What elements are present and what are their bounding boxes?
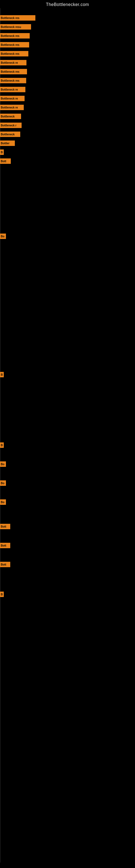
bar-row: Bottleneck res	[0, 78, 26, 84]
bar-label: Bottleneck res	[1, 34, 19, 37]
bar-fill: Bottleneck re	[0, 105, 24, 110]
bar-row: Bo	[0, 480, 6, 486]
bar-row: Bottleneck res	[0, 51, 28, 57]
bar-row: Bott	[0, 542, 10, 549]
bar-label: Bottler	[1, 142, 9, 145]
bar-row: Bo	[0, 461, 6, 467]
bar-label: Bott	[1, 525, 6, 528]
bar-row: B	[0, 591, 4, 597]
bar-label: Bottleneck res	[1, 17, 19, 20]
bar-fill: B	[0, 372, 4, 377]
bar-fill: Bo	[0, 234, 6, 239]
bar-row: Bottleneck resu	[0, 24, 31, 30]
bar-fill: Bott	[0, 158, 11, 164]
bar-label: Bo	[1, 482, 4, 485]
bar-fill: B	[0, 592, 4, 597]
bar-row: Bo	[0, 233, 6, 239]
bar-row: Bo	[0, 499, 6, 505]
bar-label: Bottleneck res	[1, 52, 19, 55]
bar-row: B	[0, 372, 4, 378]
bar-row: Bottleneck res	[0, 33, 30, 39]
bar-row: Bottleneck re	[0, 95, 25, 101]
bar-label: Bott	[1, 563, 6, 566]
bar-fill: Bottleneck re	[0, 60, 27, 65]
bar-fill: Bottleneck res	[0, 42, 29, 48]
bar-row: Bottler	[0, 140, 15, 146]
bar-label: Bott	[1, 544, 6, 547]
bar-fill: Bottleneck resu	[0, 24, 31, 30]
bar-label: Bo	[1, 463, 4, 466]
bar-fill: Bo	[0, 499, 6, 505]
bar-fill: Bottleneck res	[0, 51, 28, 56]
bar-fill: Bottler	[0, 141, 15, 146]
bar-row: Bottleneck re	[0, 87, 26, 93]
bar-label: Bo	[1, 235, 4, 238]
page-container: TheBottlenecker.com Bottleneck resBottle…	[0, 0, 135, 868]
bar-fill: Bott	[0, 543, 10, 548]
bar-row: B	[0, 442, 4, 448]
bar-row: Bottleneck res	[0, 15, 35, 21]
bar-label: Bottleneck resu	[1, 26, 21, 29]
bar-fill: Bottleneck res	[0, 78, 26, 83]
bar-fill: Bo	[0, 461, 6, 467]
bar-label: Bottleneck	[1, 115, 14, 118]
bar-row: Bott	[0, 524, 10, 529]
bar-row: Bott	[0, 158, 11, 164]
bar-fill: B	[0, 442, 4, 448]
bar-row: Bottleneck res	[0, 69, 27, 74]
bar-label: B	[1, 444, 3, 447]
bar-fill: Bottleneck re	[0, 87, 26, 92]
bar-label: Bottleneck re	[1, 97, 18, 100]
bar-row: Bottleneck r	[0, 122, 21, 128]
bar-label: B	[1, 373, 3, 376]
bar-fill: Bo	[0, 480, 6, 486]
bar-label: Bottleneck res	[1, 79, 19, 82]
bar-label: Bottleneck res	[1, 70, 19, 73]
bar-fill: Bottleneck re	[0, 96, 25, 101]
bar-fill: Bott	[0, 524, 10, 529]
bar-fill: B	[0, 150, 4, 155]
bar-row: Bottleneck	[0, 131, 20, 137]
bar-row: Bott	[0, 561, 10, 567]
bar-fill: Bott	[0, 562, 10, 567]
bar-label: Bott	[1, 160, 6, 163]
site-title: TheBottlenecker.com	[0, 0, 135, 8]
bar-row: B	[0, 149, 4, 155]
bar-label: Bottleneck	[1, 133, 14, 136]
bar-fill: Bottleneck	[0, 131, 20, 137]
bar-label: Bottleneck re	[1, 61, 18, 64]
bar-label: Bo	[1, 501, 4, 504]
bar-fill: Bottleneck res	[0, 33, 30, 38]
bar-label: Bottleneck re	[1, 88, 18, 91]
bar-row: Bottleneck	[0, 113, 21, 119]
bar-fill: Bottleneck res	[0, 15, 35, 21]
bar-fill: Bottleneck r	[0, 123, 21, 128]
bar-label: Bottleneck res	[1, 43, 19, 46]
bar-fill: Bottleneck res	[0, 69, 27, 74]
bar-row: Bottleneck res	[0, 42, 29, 48]
bar-label: Bottleneck re	[1, 106, 18, 109]
bar-fill: Bottleneck	[0, 114, 21, 119]
bar-row: Bottleneck re	[0, 60, 27, 66]
bar-label: B	[1, 151, 3, 154]
bar-row: Bottleneck re	[0, 104, 24, 111]
bar-label: Bottleneck r	[1, 124, 16, 127]
bar-label: B	[1, 593, 3, 596]
